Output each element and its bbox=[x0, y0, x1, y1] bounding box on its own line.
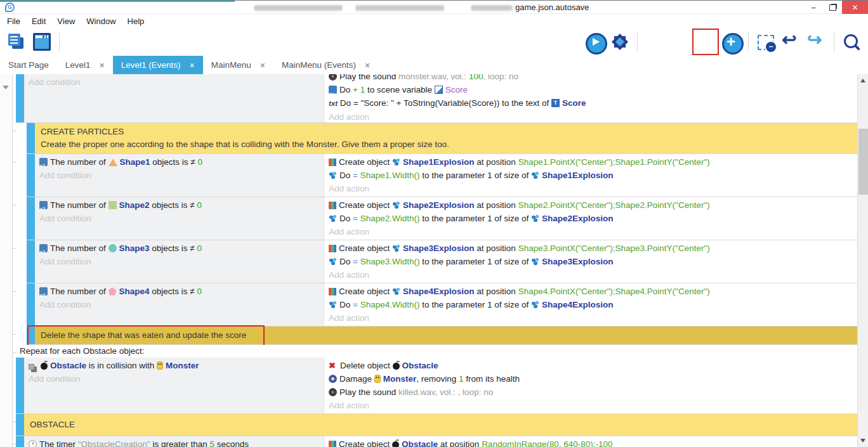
add-action-button[interactable]: Add action bbox=[324, 110, 857, 123]
text-segment: monster.wav, vol.: bbox=[398, 74, 469, 81]
condition-line[interactable]: The number of Shape1 objects is ≠ 0 bbox=[35, 155, 324, 169]
action-line[interactable]: Do = Shape1.Width() to the parameter 1 o… bbox=[324, 169, 857, 182]
tab-mainmenu-events[interactable]: MainMenu (Events)× bbox=[273, 56, 378, 74]
menu-help[interactable]: Help bbox=[122, 16, 150, 26]
event-row[interactable]: The timer "ObstacleCreation" is greater … bbox=[16, 436, 857, 447]
action-line[interactable]: Create object Obstacle at position Rando… bbox=[324, 437, 857, 447]
minimize-button[interactable]: – bbox=[804, 1, 823, 14]
event-row[interactable]: Add conditionPlay the sound monster.wav,… bbox=[16, 74, 857, 123]
event-drag-bar[interactable] bbox=[27, 240, 35, 283]
tab-close-icon[interactable]: × bbox=[100, 60, 105, 70]
text-segment: to the parameter 1 of size of bbox=[419, 171, 531, 180]
action-line[interactable]: Do + 1 to scene variable Score bbox=[324, 83, 857, 96]
action-line[interactable]: txt Do = "Score: " + ToString(Variable(S… bbox=[324, 96, 857, 110]
sound-icon bbox=[329, 388, 337, 396]
foreach-event-row[interactable]: Repeat for each Obstacle object:Obstacle… bbox=[16, 345, 857, 414]
add-condition-button[interactable]: Add condition bbox=[35, 212, 324, 225]
event-drag-bar[interactable] bbox=[27, 123, 35, 153]
comment-row[interactable]: CREATE PARTICLESCreate the proper one ac… bbox=[27, 123, 857, 154]
comment-row[interactable]: Delete the shape that was eaten and upda… bbox=[27, 327, 857, 345]
text-segment: 0 bbox=[197, 287, 202, 296]
event-drag-bar[interactable] bbox=[27, 327, 35, 344]
text-segment: is greater than bbox=[150, 439, 210, 447]
condition-line[interactable]: The number of Shape2 objects is ≠ 0 bbox=[35, 198, 324, 212]
comment-line: Delete the shape that was eaten and upda… bbox=[41, 329, 852, 342]
action-line[interactable]: Create object Shape4Explosion at positio… bbox=[324, 285, 857, 298]
close-button[interactable]: ✕ bbox=[842, 1, 868, 14]
undo-icon[interactable] bbox=[780, 31, 802, 53]
tab-close-icon[interactable]: × bbox=[365, 60, 370, 70]
menu-view[interactable]: View bbox=[51, 16, 81, 26]
count-icon bbox=[39, 287, 48, 295]
scrollbar-thumb[interactable] bbox=[858, 129, 868, 195]
foreach-header[interactable]: Repeat for each Obstacle object: bbox=[16, 345, 857, 358]
tab-mainmenu[interactable]: MainMenu× bbox=[203, 56, 273, 74]
search-icon[interactable] bbox=[841, 31, 862, 53]
text-segment: Shape3 bbox=[119, 243, 150, 253]
event-row[interactable]: The number of Shape4 objects is ≠ 0Add c… bbox=[27, 283, 857, 327]
action-line[interactable]: Play the sound monster.wav, vol.: 100, l… bbox=[324, 74, 857, 83]
condition-line[interactable]: The number of Shape4 objects is ≠ 0 bbox=[35, 285, 324, 298]
tab-start-page[interactable]: Start Page bbox=[0, 56, 57, 74]
menu-edit[interactable]: Edit bbox=[26, 16, 51, 26]
condition-line[interactable]: Obstacle is in collision with Monster bbox=[24, 359, 324, 372]
add-condition-button[interactable]: Add condition bbox=[35, 169, 324, 182]
add-action-button[interactable]: Add action bbox=[324, 225, 857, 238]
action-line[interactable]: Create object Shape2Explosion at positio… bbox=[324, 198, 857, 212]
vertical-scrollbar[interactable] bbox=[857, 74, 868, 447]
menu-window[interactable]: Window bbox=[81, 16, 121, 26]
event-row[interactable]: The number of Shape3 objects is ≠ 0Add c… bbox=[27, 240, 857, 283]
maximize-button[interactable] bbox=[823, 1, 842, 14]
event-drag-bar[interactable] bbox=[27, 154, 35, 197]
event-drag-bar[interactable] bbox=[16, 414, 24, 436]
redo-icon[interactable] bbox=[806, 31, 827, 53]
remove-selection-icon[interactable] bbox=[755, 31, 777, 53]
add-condition-button[interactable]: Add condition bbox=[35, 298, 324, 311]
add-event-icon[interactable] bbox=[644, 31, 666, 53]
add-action-button[interactable]: Add action bbox=[324, 182, 857, 195]
tab-close-icon[interactable]: × bbox=[190, 60, 195, 70]
action-line[interactable]: Play the sound killed.wav, vol.: , loop:… bbox=[324, 385, 857, 399]
project-manager-icon[interactable] bbox=[6, 31, 27, 53]
scene-editor-icon[interactable] bbox=[31, 31, 53, 53]
event-drag-bar[interactable] bbox=[16, 74, 24, 123]
condition-line[interactable]: The timer "ObstacleCreation" is greater … bbox=[24, 437, 324, 447]
scroll-up-icon[interactable] bbox=[860, 79, 865, 82]
add-condition-button[interactable]: Add condition bbox=[24, 372, 324, 385]
play-icon[interactable] bbox=[584, 31, 605, 53]
event-drag-bar[interactable] bbox=[27, 197, 35, 240]
event-drag-bar[interactable] bbox=[16, 436, 24, 447]
action-line[interactable]: Delete object Obstacle bbox=[324, 359, 857, 372]
tab-level1-events[interactable]: Level1 (Events)× bbox=[113, 56, 203, 74]
action-line[interactable]: Do = Shape2.Width() to the parameter 1 o… bbox=[324, 212, 857, 225]
event-row[interactable]: The number of Shape2 objects is ≠ 0Add c… bbox=[27, 197, 857, 240]
action-line[interactable]: Create object Shape3Explosion at positio… bbox=[324, 242, 857, 255]
window-top-accent bbox=[0, 1, 235, 2]
add-comment-icon[interactable] bbox=[695, 31, 716, 53]
tab-label: Start Page bbox=[8, 60, 49, 70]
action-line[interactable]: Do = Shape3.Width() to the parameter 1 o… bbox=[324, 255, 857, 268]
condition-line[interactable]: The number of Shape3 objects is ≠ 0 bbox=[35, 242, 324, 255]
add-action-button[interactable]: Add action bbox=[324, 399, 857, 412]
add-condition-button[interactable]: Add condition bbox=[35, 255, 324, 268]
add-action-button[interactable]: Add action bbox=[324, 268, 857, 282]
action-line[interactable]: Create object Shape1Explosion at positio… bbox=[324, 155, 857, 169]
scroll-down-icon[interactable] bbox=[860, 439, 865, 443]
event-row[interactable]: The number of Shape1 objects is ≠ 0Add c… bbox=[27, 154, 857, 197]
add-action-button[interactable]: Add action bbox=[324, 311, 857, 325]
collapse-event-icon[interactable] bbox=[3, 86, 9, 89]
debug-icon[interactable] bbox=[609, 31, 631, 53]
window-title: game.json.autosave bbox=[515, 3, 589, 12]
action-line[interactable]: Do = Shape4.Width() to the parameter 1 o… bbox=[324, 298, 857, 311]
tab-level1[interactable]: Level1× bbox=[57, 56, 113, 74]
event-drag-bar[interactable] bbox=[16, 358, 24, 413]
action-line[interactable]: Damage Monster, removing 1 from its heal… bbox=[324, 372, 857, 385]
tab-close-icon[interactable]: × bbox=[260, 60, 265, 70]
event-drag-bar[interactable] bbox=[27, 283, 35, 326]
add-subevent-icon[interactable] bbox=[669, 31, 691, 53]
comment-row[interactable]: OBSTACLE bbox=[16, 414, 857, 436]
create-object-icon bbox=[329, 245, 336, 252]
menu-file[interactable]: File bbox=[1, 16, 26, 26]
add-circle-icon[interactable] bbox=[720, 31, 742, 53]
add-condition-button[interactable]: Add condition bbox=[24, 75, 324, 89]
